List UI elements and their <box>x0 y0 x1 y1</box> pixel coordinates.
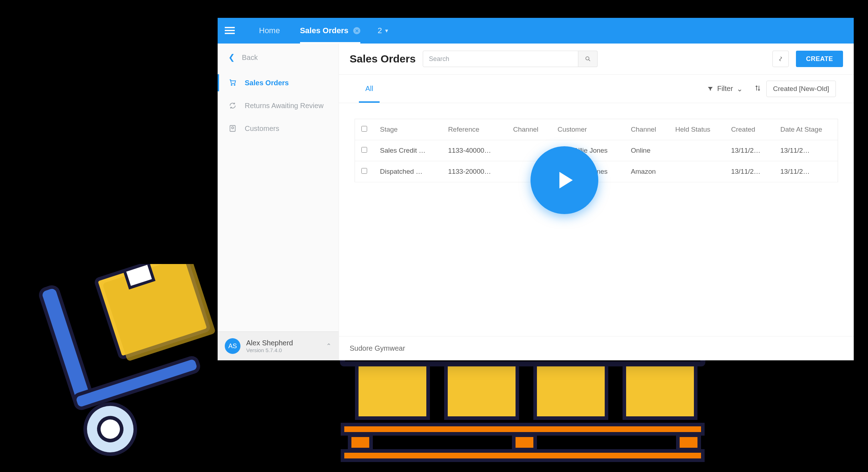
dolly-illustration <box>7 264 228 471</box>
svg-rect-17 <box>225 27 235 29</box>
play-button[interactable] <box>531 146 598 214</box>
svg-point-22 <box>586 57 589 60</box>
tab-home-label: Home <box>259 26 280 35</box>
row-checkbox[interactable] <box>361 147 367 153</box>
sort-dropdown[interactable]: Created [New-Old] <box>766 81 836 97</box>
caret-down-icon: ▼ <box>384 28 389 34</box>
svg-rect-8 <box>357 365 428 418</box>
cell-stage: Sales Credit … <box>374 140 442 161</box>
sidebar-item-customers[interactable]: Customers <box>218 117 339 140</box>
col-channel[interactable]: Channel <box>624 119 669 140</box>
cell-held <box>669 140 725 161</box>
chevron-down-icon: ⌄ <box>737 85 743 93</box>
close-icon[interactable]: ✕ <box>353 27 360 34</box>
svg-rect-4 <box>73 356 200 410</box>
svg-rect-16 <box>342 451 703 460</box>
svg-rect-10 <box>535 365 606 418</box>
back-label: Back <box>242 54 258 62</box>
page-title: Sales Orders <box>350 53 416 65</box>
user-panel[interactable]: AS Alex Shepherd Version 5.7.4.0 ⌃ <box>218 331 339 360</box>
table-row[interactable]: Sales Credit … 1133-40000… Miss Billie J… <box>355 140 838 161</box>
cart-icon <box>228 78 237 87</box>
avatar: AS <box>225 338 240 354</box>
col-reference[interactable]: Reference <box>442 119 507 140</box>
col-stage[interactable]: Stage <box>374 119 442 140</box>
row-checkbox[interactable] <box>361 168 367 174</box>
sidebar-item-label: Customers <box>245 125 279 133</box>
chevron-up-icon: ⌃ <box>326 342 331 350</box>
list-tab-all[interactable]: All <box>357 75 382 103</box>
cell-channel: Amazon <box>624 161 669 182</box>
list-tabs-row: All Filter ⌄ Created [New-Old] <box>339 75 854 103</box>
svg-rect-12 <box>342 425 703 434</box>
svg-marker-24 <box>559 172 573 189</box>
tab-home[interactable]: Home <box>249 18 290 44</box>
sidebar-item-returns[interactable]: Returns Awaiting Review <box>218 94 339 117</box>
footer-company: Sudore Gymwear <box>339 336 854 360</box>
sidebar-item-sales-orders[interactable]: Sales Orders <box>218 71 339 94</box>
search-input[interactable] <box>423 51 578 67</box>
filter-icon <box>707 86 714 92</box>
filter-button[interactable]: Filter ⌄ <box>701 81 749 97</box>
svg-line-23 <box>589 60 590 61</box>
select-all-checkbox[interactable] <box>361 126 367 132</box>
svg-rect-15 <box>678 435 699 450</box>
pallet-illustration <box>328 346 717 467</box>
sidebar-item-label: Sales Orders <box>245 79 289 87</box>
svg-rect-14 <box>514 435 535 450</box>
svg-rect-13 <box>350 435 371 450</box>
sort-direction-button[interactable] <box>749 81 766 97</box>
user-name: Alex Shepherd <box>246 339 293 347</box>
app-version: Version 5.7.4.0 <box>246 347 293 353</box>
tab-sales-orders-label: Sales Orders <box>300 26 349 35</box>
tab-sales-orders[interactable]: Sales Orders ✕ <box>290 18 371 44</box>
play-icon <box>552 168 577 193</box>
topbar: Home Sales Orders ✕ 2 ▼ <box>218 18 854 44</box>
refresh-button[interactable] <box>772 51 789 67</box>
col-created[interactable]: Created <box>725 119 774 140</box>
col-held-status[interactable]: Held Status <box>669 119 725 140</box>
cell-channel: Online <box>624 140 669 161</box>
svg-rect-19 <box>225 33 235 34</box>
refresh-icon <box>228 101 237 110</box>
svg-rect-11 <box>624 365 696 418</box>
page-header: Sales Orders CREATE <box>339 44 854 75</box>
svg-rect-18 <box>225 30 235 31</box>
col-channel-ref[interactable]: Channel <box>507 119 551 140</box>
chevron-left-icon: ❮ <box>228 53 235 62</box>
cell-date-at-stage: 13/11/2… <box>774 161 838 182</box>
col-customer[interactable]: Customer <box>551 119 625 140</box>
sidebar-item-label: Returns Awaiting Review <box>245 102 324 110</box>
hamburger-icon[interactable] <box>225 27 235 35</box>
cell-date-at-stage: 13/11/2… <box>774 140 838 161</box>
cell-created: 13/11/2… <box>725 161 774 182</box>
person-icon <box>228 124 237 133</box>
cell-reference: 1133-20000… <box>442 161 507 182</box>
cell-held <box>669 161 725 182</box>
svg-rect-3 <box>39 285 94 406</box>
cell-reference: 1133-40000… <box>442 140 507 161</box>
col-date-at-stage[interactable]: Date At Stage <box>774 119 838 140</box>
overflow-count: 2 <box>377 26 382 35</box>
cell-created: 13/11/2… <box>725 140 774 161</box>
sync-icon <box>777 56 784 62</box>
sort-icon <box>754 85 761 92</box>
svg-point-21 <box>232 127 234 129</box>
search-button[interactable] <box>578 51 598 67</box>
sidebar-back[interactable]: ❮ Back <box>218 44 339 71</box>
search-icon <box>585 56 591 62</box>
sidebar: ❮ Back Sales Orders Returns Awaiting Rev… <box>218 44 339 360</box>
main-content: Sales Orders CREATE All Filt <box>339 44 854 360</box>
tab-overflow-count[interactable]: 2 ▼ <box>370 26 396 35</box>
create-button[interactable]: CREATE <box>796 51 843 67</box>
sort-label: Created [New-Old] <box>773 85 829 93</box>
svg-rect-9 <box>446 365 517 418</box>
filter-label: Filter <box>717 85 733 93</box>
cell-stage: Dispatched … <box>374 161 442 182</box>
